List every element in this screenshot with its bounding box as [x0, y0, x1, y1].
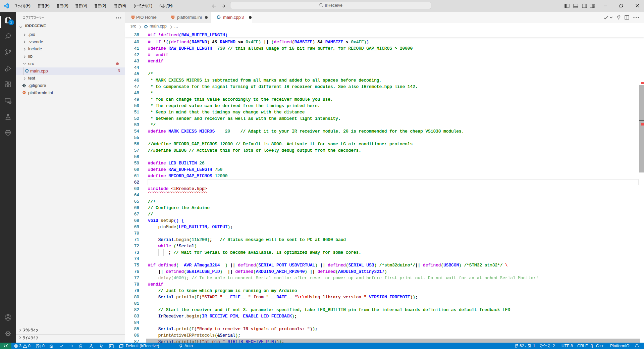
svg-text:): ) — [125, 3, 126, 8]
svg-text:): ) — [67, 3, 68, 8]
svg-text:): ) — [171, 3, 173, 8]
svg-text:): ) — [86, 3, 87, 8]
svg-text:): ) — [48, 3, 50, 8]
svg-text:): ) — [105, 3, 106, 8]
svg-text:): ) — [151, 3, 152, 8]
svg-text:): ) — [29, 3, 31, 8]
